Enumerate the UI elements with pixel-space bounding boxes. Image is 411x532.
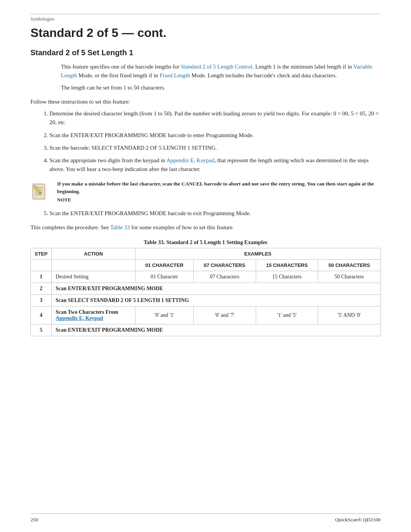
completes-text: This completes the procedure. See Table … bbox=[30, 223, 381, 232]
footer-rule bbox=[30, 513, 381, 514]
table-row-4: 4 Scan Two Characters From Appendix E, K… bbox=[31, 306, 381, 324]
td-step-5: 5 bbox=[31, 324, 52, 336]
td-step-1: 1 bbox=[31, 271, 52, 283]
follow-text: Follow these instructions to set this fe… bbox=[30, 97, 381, 106]
note-icon bbox=[30, 181, 50, 203]
td-ex-row4-15: '1' and '5' bbox=[256, 306, 318, 324]
td-ex-01: 01 Character bbox=[135, 271, 193, 283]
th-col-50: 50 Characters bbox=[318, 259, 381, 271]
breadcrumb: Symbologies bbox=[30, 16, 381, 22]
td-ex-row4-50: '5' AND '0' bbox=[318, 306, 381, 324]
td-step-3: 3 bbox=[31, 294, 52, 306]
note-label: NOTE bbox=[57, 197, 381, 203]
table-caption: Table 33. Standard 2 of 5 Length 1 Setti… bbox=[30, 239, 381, 246]
footer: 250 QuickScan® QD2100 bbox=[30, 517, 381, 523]
link-standard2of5-length-control[interactable]: Standard 2 of 5 Length Control bbox=[181, 64, 252, 70]
table-row-3: 3 Scan SELECT STANDARD 2 OF 5 LENGTH 1 S… bbox=[31, 294, 381, 306]
note-box: If you make a mistake before the last ch… bbox=[30, 180, 381, 203]
short-para: The length can be set from 1 to 50 chara… bbox=[61, 83, 381, 92]
th-step: Step bbox=[31, 248, 52, 259]
top-rule bbox=[30, 14, 381, 14]
link-fixed-length[interactable]: Fixed Length bbox=[159, 72, 190, 78]
table-col-header-row: 01 Character 07 Characters 15 Characters… bbox=[31, 259, 381, 271]
th-col-07: 07 Characters bbox=[193, 259, 256, 271]
table-row-1: 1 Desired Setting 01 Character 07 Charac… bbox=[31, 271, 381, 283]
steps-list: Determine the desired character length (… bbox=[43, 109, 381, 174]
th-col-15: 15 Characters bbox=[256, 259, 318, 271]
step-3: Scan the barcode: SELECT STANDARD 2 OF 5… bbox=[49, 144, 381, 152]
page-title: Standard 2 of 5 — cont. bbox=[30, 26, 381, 40]
td-action-enter-exit-5: Scan ENTER/EXIT PROGRAMMING MODE bbox=[51, 324, 380, 336]
td-action-desired: Desired Setting bbox=[51, 271, 135, 283]
td-ex-row4-07: '0' and '7' bbox=[193, 306, 256, 324]
steps-list-2: Scan the ENTER/EXIT PROGRAMMING MODE bar… bbox=[43, 209, 381, 218]
page-number: 250 bbox=[30, 517, 38, 523]
td-ex-15: 15 Characters bbox=[256, 271, 318, 283]
td-ex-row4-01: '0' and '1' bbox=[135, 306, 193, 324]
intro-paragraph: This feature specifies one of the barcod… bbox=[61, 62, 381, 80]
table-row-5: 5 Scan ENTER/EXIT PROGRAMMING MODE bbox=[31, 324, 381, 336]
td-ex-50: 50 Characters bbox=[318, 271, 381, 283]
td-action-scan-two: Scan Two Characters From Appendix E, Key… bbox=[51, 306, 135, 324]
th-step-empty bbox=[31, 259, 52, 271]
link-appendix-e-keypad-body[interactable]: Appendix E, Keypad bbox=[166, 157, 214, 163]
td-step-4: 4 bbox=[31, 306, 52, 324]
td-step-2: 2 bbox=[31, 283, 52, 294]
step-4: Scan the appropriate two digits from the… bbox=[49, 156, 381, 174]
table-header-row: Step Action Examples bbox=[31, 248, 381, 259]
th-examples: Examples bbox=[135, 248, 380, 259]
examples-table: Step Action Examples 01 Character 07 Cha… bbox=[30, 248, 381, 336]
th-col-01: 01 Character bbox=[135, 259, 193, 271]
product-name: QuickScan® QD2100 bbox=[335, 517, 381, 523]
table-row-2: 2 Scan ENTER/EXIT PROGRAMMING MODE bbox=[31, 283, 381, 294]
step-2: Scan the ENTER/EXIT PROGRAMMING MODE bar… bbox=[49, 131, 381, 140]
th-action: Action bbox=[51, 248, 135, 259]
page: Symbologies Standard 2 of 5 — cont. Stan… bbox=[0, 0, 411, 532]
section-title: Standard 2 of 5 Set Length 1 bbox=[30, 48, 381, 57]
link-table33[interactable]: Table 33 bbox=[110, 224, 130, 230]
th-action-empty bbox=[51, 259, 135, 271]
note-content: If you make a mistake before the last ch… bbox=[57, 180, 381, 203]
link-appendix-e-table[interactable]: Appendix E, Keypad bbox=[56, 315, 103, 321]
td-action-enter-exit-2: Scan ENTER/EXIT PROGRAMMING MODE bbox=[51, 283, 380, 294]
td-ex-07: 07 Characters bbox=[193, 271, 256, 283]
note-bold-text: If you make a mistake before the last ch… bbox=[57, 180, 381, 196]
step-5: Scan the ENTER/EXIT PROGRAMMING MODE bar… bbox=[49, 209, 381, 218]
td-action-select: Scan SELECT STANDARD 2 OF 5 LENGTH 1 SET… bbox=[51, 294, 380, 306]
step-1: Determine the desired character length (… bbox=[49, 109, 381, 127]
